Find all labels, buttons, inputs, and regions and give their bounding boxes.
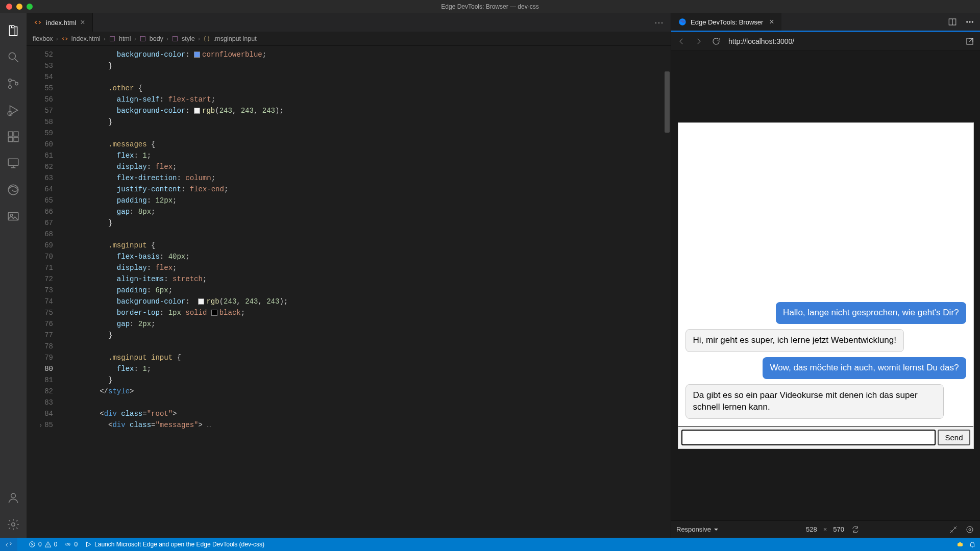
code-line[interactable]: flex-basis: 40px; [65, 251, 664, 262]
url-field[interactable]: http://localhost:3000/ [728, 37, 958, 45]
settings-gear-icon[interactable] [5, 516, 21, 533]
viewport-height[interactable]: 570 [833, 525, 844, 533]
code-line[interactable]: background-color: cornflowerblue; [65, 49, 664, 60]
code-line[interactable]: gap: 2px; [65, 318, 664, 330]
scrollbar-thumb[interactable] [665, 71, 670, 133]
problems-status[interactable]: 0 0 [29, 541, 57, 548]
ports-count: 0 [74, 541, 78, 548]
code-line[interactable]: align-self: flex-start; [65, 94, 664, 105]
code-line[interactable]: } [65, 116, 664, 128]
code-line[interactable]: .msginput { [65, 240, 664, 251]
remote-explorer-icon[interactable] [5, 155, 21, 171]
edge-icon [678, 18, 687, 26]
split-editor-icon[interactable] [947, 17, 958, 27]
code-line[interactable]: border-top: 1px solid black; [65, 307, 664, 318]
code-line[interactable]: background-color: rgb(243, 243, 243); [65, 296, 664, 307]
browser-tab-close-icon[interactable]: × [769, 17, 774, 27]
svg-point-2 [9, 79, 11, 82]
breadcrumb-item[interactable]: .msginput input [213, 35, 257, 42]
line-number: 57 [27, 105, 53, 116]
code-line[interactable]: } [65, 330, 664, 341]
emulation-settings-icon[interactable] [965, 524, 975, 535]
editor-tab-close-icon[interactable]: × [80, 18, 85, 27]
gallery-icon[interactable] [5, 208, 21, 224]
code-line[interactable]: display: flex; [65, 161, 664, 172]
warning-count: 0 [54, 541, 58, 548]
extensions-icon[interactable] [5, 129, 21, 145]
line-number: 81 [27, 374, 53, 386]
line-number: 71 [27, 262, 53, 273]
launch-task-status[interactable]: Launch Microsoft Edge and open the Edge … [85, 541, 264, 548]
svg-point-36 [47, 546, 48, 546]
window-minimize-button[interactable] [16, 4, 22, 10]
launch-task-label: Launch Microsoft Edge and open the Edge … [94, 541, 264, 548]
rotate-icon[interactable] [850, 524, 861, 535]
screenshot-icon[interactable] [948, 524, 959, 535]
run-debug-icon[interactable] [5, 102, 21, 118]
breadcrumb-item[interactable]: html [119, 35, 131, 42]
code-line[interactable]: .other { [65, 83, 664, 94]
code-line[interactable] [65, 229, 664, 240]
svg-point-31 [967, 527, 973, 533]
remote-indicator[interactable] [0, 538, 17, 551]
browser-tab-edge[interactable]: Edge DevTools: Browser × [671, 13, 781, 31]
code-line[interactable]: gap: 8px; [65, 206, 664, 217]
code-line[interactable]: padding: 6px; [65, 285, 664, 296]
breadcrumb-file[interactable]: index.html [71, 35, 101, 42]
nav-forward-icon[interactable] [694, 36, 704, 46]
svg-point-17 [11, 493, 16, 498]
viewport-width[interactable]: 528 [806, 525, 817, 533]
code-line[interactable]: flex-direction: column; [65, 172, 664, 184]
search-icon[interactable] [5, 49, 21, 65]
edge-tools-icon[interactable] [5, 182, 21, 198]
code-line[interactable] [65, 71, 664, 83]
code-line[interactable]: } [65, 217, 664, 229]
code-line[interactable]: padding: 12px; [65, 195, 664, 206]
element-icon [139, 35, 146, 42]
source-control-icon[interactable] [5, 76, 21, 92]
window-zoom-button[interactable] [27, 4, 33, 10]
device-select[interactable]: Responsive [676, 525, 718, 533]
breadcrumbs[interactable]: flexbox › index.html › html › body › sty… [27, 32, 671, 46]
editor-tab-index-html[interactable]: index.html × [27, 13, 93, 32]
breadcrumb-item[interactable]: style [182, 35, 195, 42]
editor-more-actions-icon[interactable]: ⋯ [652, 15, 667, 30]
svg-point-14 [8, 185, 18, 195]
notifications-icon[interactable] [969, 541, 976, 548]
code-area[interactable]: background-color: cornflowerblue; } .oth… [57, 46, 664, 538]
html-file-icon [61, 35, 68, 42]
explorer-icon[interactable] [5, 22, 21, 39]
code-editor[interactable]: 5253545556575859606162636465666768697071… [27, 46, 671, 538]
editor-scrollbar[interactable] [664, 46, 671, 538]
code-line[interactable]: flex: 1; [65, 363, 664, 374]
nav-reload-icon[interactable] [711, 36, 721, 46]
code-line[interactable] [65, 397, 664, 408]
nav-back-icon[interactable] [676, 36, 687, 46]
ports-status[interactable]: 0 [64, 541, 78, 548]
breadcrumb-root[interactable]: flexbox [33, 35, 53, 42]
code-line[interactable]: </style> [65, 386, 664, 397]
open-external-icon[interactable] [965, 36, 975, 46]
code-line[interactable] [65, 128, 664, 139]
chat-send-button[interactable]: Send [938, 430, 970, 445]
code-line[interactable] [65, 341, 664, 352]
window-close-button[interactable] [6, 4, 12, 10]
code-line[interactable]: .msginput input { [65, 352, 664, 363]
code-line[interactable]: .messages { [65, 139, 664, 150]
chat-message-other: Da gibt es so ein paar Videokurse mit de… [685, 384, 944, 419]
code-line[interactable]: justify-content: flex-end; [65, 184, 664, 195]
account-icon[interactable] [5, 490, 21, 506]
code-line[interactable]: flex: 1; [65, 150, 664, 161]
code-line[interactable]: <div class="messages"> … [65, 419, 664, 431]
code-line[interactable]: <div class="root"> [65, 408, 664, 419]
more-actions-icon[interactable] [965, 17, 975, 27]
code-line[interactable]: } [65, 60, 664, 71]
code-line[interactable]: } [65, 374, 664, 386]
svg-line-1 [15, 59, 18, 62]
code-line[interactable]: background-color: rgb(243, 243, 243); [65, 105, 664, 116]
code-line[interactable]: display: flex; [65, 262, 664, 273]
copilot-status-icon[interactable] [957, 541, 964, 548]
chat-input[interactable] [681, 430, 936, 445]
breadcrumb-item[interactable]: body [150, 35, 163, 42]
code-line[interactable]: align-items: stretch; [65, 273, 664, 285]
